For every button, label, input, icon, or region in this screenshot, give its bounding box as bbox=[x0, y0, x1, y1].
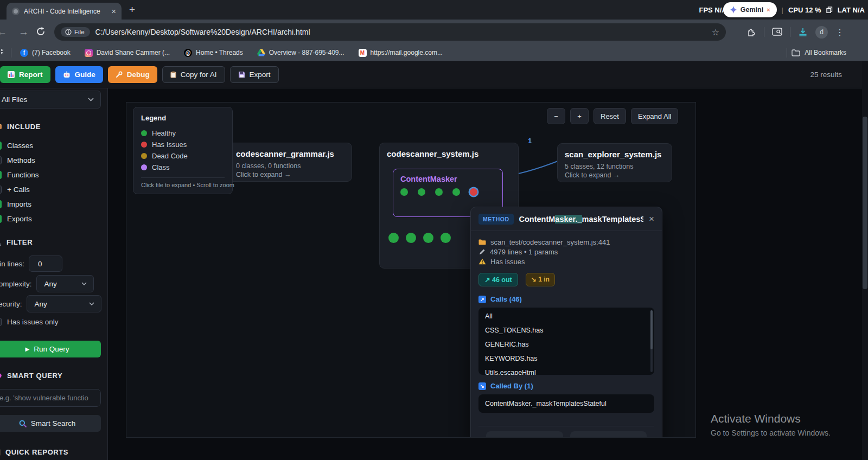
bookmark-instagram[interactable]: David Shane Cammer (... bbox=[85, 49, 170, 57]
calls-in-badge[interactable]: ↘ 1 in bbox=[526, 273, 555, 286]
popup-footer-button-2[interactable] bbox=[570, 431, 647, 438]
called-by-list-item[interactable]: ContentMasker._maskTemplatesStateful bbox=[478, 396, 654, 411]
search-icon bbox=[19, 420, 27, 427]
checkbox[interactable] bbox=[0, 200, 2, 208]
window-scrollbar-thumb[interactable] bbox=[863, 117, 867, 289]
expand-all-button[interactable]: Expand All bbox=[631, 108, 678, 124]
file-chip[interactable]: File bbox=[61, 27, 90, 37]
calls-list[interactable]: All CSS_TOKENS.has GENERIC.has KEYWORDS.… bbox=[478, 308, 654, 375]
checkbox[interactable] bbox=[0, 171, 2, 179]
smart-search-button[interactable]: Smart Search bbox=[0, 415, 101, 432]
scrollbar-thumb[interactable] bbox=[650, 310, 653, 349]
report-button[interactable]: Report bbox=[0, 66, 50, 83]
apps-grid-icon[interactable] bbox=[0, 49, 5, 56]
debug-button[interactable]: Debug bbox=[108, 66, 157, 83]
method-issues-row: Has issues bbox=[478, 257, 654, 266]
method-dot[interactable] bbox=[406, 233, 416, 243]
graph-canvas[interactable]: 1 Legend Healthy Has Issues Dead Code Cl… bbox=[126, 102, 696, 438]
called-by-list[interactable]: ContentMasker._maskTemplatesStateful bbox=[478, 394, 654, 413]
export-button[interactable]: Export bbox=[230, 66, 279, 83]
checkbox[interactable] bbox=[0, 318, 2, 326]
screen: ARCHI - Code Intelligence × + FPS N/A Ge… bbox=[0, 0, 868, 460]
file-node-codescanner-grammar[interactable]: codescanner_grammar.js 0 classes, 0 func… bbox=[228, 143, 352, 182]
tab-strip: ARCHI - Code Intelligence × + FPS N/A Ge… bbox=[0, 0, 868, 20]
calls-out-icon: ↗ bbox=[478, 296, 486, 303]
method-dot[interactable] bbox=[452, 188, 460, 196]
checkbox[interactable] bbox=[0, 215, 2, 223]
reading-mode-icon[interactable] bbox=[772, 28, 782, 37]
back-icon[interactable]: ← bbox=[0, 26, 7, 38]
include-exports[interactable]: Exports bbox=[0, 213, 32, 224]
url-bar[interactable]: File C:/Users/Kenny/Desktop/Software%20D… bbox=[54, 23, 726, 41]
zoom-in-button[interactable]: + bbox=[570, 108, 589, 124]
bookmark-drive[interactable]: Overview - 887-695-409... bbox=[257, 49, 344, 56]
bookmark-star-icon[interactable] bbox=[712, 27, 719, 37]
gemini-pill[interactable]: Gemini × bbox=[723, 2, 777, 17]
has-issues-only[interactable]: Has issues only bbox=[0, 316, 59, 327]
layers-icon bbox=[826, 7, 833, 13]
reset-button[interactable]: Reset bbox=[593, 108, 626, 124]
extensions-icon[interactable] bbox=[746, 27, 756, 37]
all-bookmarks-button[interactable]: All Bookmarks bbox=[787, 44, 846, 61]
calls-list-item[interactable]: Utils.escapeHtml bbox=[478, 366, 654, 375]
method-dot[interactable] bbox=[418, 188, 425, 196]
browser-menu-icon[interactable] bbox=[835, 27, 844, 37]
tab-favicon-icon bbox=[12, 8, 20, 15]
file-filter-select[interactable]: All Files bbox=[0, 91, 101, 108]
method-dot[interactable] bbox=[441, 233, 451, 243]
include-imports[interactable]: Imports bbox=[0, 199, 31, 209]
gmail-icon bbox=[359, 49, 367, 57]
gemini-close-icon[interactable]: × bbox=[767, 7, 770, 13]
divider bbox=[141, 177, 225, 178]
clipboard-icon bbox=[0, 448, 1, 456]
zoom-out-button[interactable]: − bbox=[547, 108, 565, 124]
smart-query-section-header: SMART QUERY bbox=[0, 372, 62, 380]
checkbox[interactable] bbox=[0, 186, 2, 194]
url-text[interactable]: C:/Users/Kenny/Desktop/Software%20Design… bbox=[95, 28, 706, 36]
method-dot[interactable] bbox=[400, 188, 408, 196]
legend-title: Legend bbox=[141, 114, 225, 122]
reload-icon[interactable] bbox=[36, 27, 46, 36]
calls-list-item[interactable]: KEYWORDS.has bbox=[478, 352, 654, 366]
popup-footer-button-1[interactable] bbox=[486, 431, 563, 438]
security-select[interactable]: Any bbox=[27, 295, 101, 312]
calls-list-item[interactable]: GENERIC.has bbox=[478, 337, 654, 352]
guide-button[interactable]: Guide bbox=[55, 66, 103, 83]
method-dot[interactable] bbox=[470, 188, 477, 196]
edge-count-label: 1 bbox=[528, 137, 532, 145]
include-calls[interactable]: + Calls bbox=[0, 184, 30, 195]
calls-out-badge[interactable]: ↗ 46 out bbox=[478, 273, 518, 286]
include-classes[interactable]: Classes bbox=[0, 140, 33, 151]
checkbox[interactable] bbox=[0, 156, 2, 164]
method-dot[interactable] bbox=[388, 233, 399, 243]
bookmark-threads[interactable]: Home • Threads bbox=[184, 49, 243, 57]
include-methods[interactable]: Methods bbox=[0, 155, 35, 165]
quick-reports-section-header: QUICK REPORTS bbox=[0, 448, 68, 456]
folder-icon bbox=[792, 49, 800, 56]
profile-avatar[interactable]: d bbox=[815, 26, 828, 39]
browser-tab[interactable]: ARCHI - Code Intelligence × bbox=[7, 3, 122, 20]
bookmark-facebook[interactable]: (7) Facebook bbox=[20, 49, 71, 57]
complexity-label: Complexity: bbox=[0, 280, 32, 288]
tab-close-icon[interactable]: × bbox=[111, 7, 116, 15]
copy-for-ai-button[interactable]: Copy for AI bbox=[162, 66, 225, 83]
forward-icon[interactable]: → bbox=[18, 26, 29, 38]
canvas-controls: − + Reset Expand All bbox=[547, 108, 678, 124]
close-icon[interactable] bbox=[649, 214, 654, 223]
calls-list-item[interactable]: CSS_TOKENS.has bbox=[478, 323, 654, 337]
bookmark-gmail[interactable]: https://mail.google.com... bbox=[359, 49, 443, 57]
method-dot[interactable] bbox=[435, 188, 443, 196]
download-icon[interactable] bbox=[798, 27, 808, 37]
call-count-badges: ↗ 46 out ↘ 1 in bbox=[478, 273, 654, 286]
run-query-button[interactable]: Run Query bbox=[0, 341, 101, 357]
file-node-scan-explorer-system[interactable]: scan_explorer_system.js 5 classes, 12 fu… bbox=[557, 143, 672, 182]
calls-list-item[interactable]: All bbox=[478, 309, 654, 323]
smart-query-input[interactable] bbox=[0, 389, 101, 407]
complexity-select[interactable]: Any bbox=[36, 275, 94, 292]
clipboard-icon bbox=[170, 71, 176, 78]
min-lines-input[interactable] bbox=[29, 255, 62, 272]
method-dot[interactable] bbox=[423, 233, 433, 243]
new-tab-button[interactable]: + bbox=[129, 4, 135, 16]
checkbox[interactable] bbox=[0, 142, 2, 150]
include-functions[interactable]: Functions bbox=[0, 169, 39, 180]
